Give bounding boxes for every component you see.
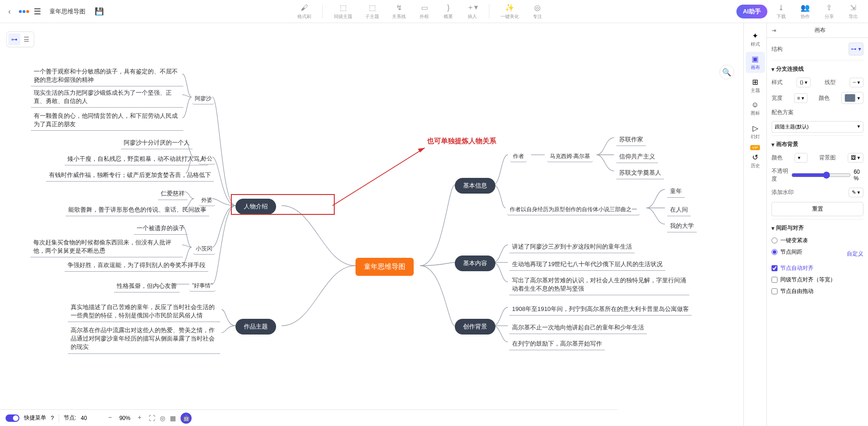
reset-button[interactable]: 重置 [772, 202, 863, 216]
leaf-node[interactable]: 能歌善舞，善于讲形形色色的传说、童话、民间故事 [66, 204, 209, 216]
sub-trilogy[interactable]: 作者以自身经历为原型创作的自传体小说三部曲之一 [507, 204, 640, 215]
leaf-node[interactable]: 有钱时作威作福，独断专行；破产后更加贪婪吝啬，品格低下 [46, 169, 214, 182]
fit-screen-icon[interactable]: ⛶ [149, 414, 155, 422]
minimap-icon[interactable]: ▦ [170, 414, 176, 422]
leaf-node[interactable]: 仁爱慈祥 [158, 188, 187, 200]
sub-author-name[interactable]: 马克西姆·高尔基 [547, 151, 593, 162]
ai-assistant-button[interactable]: AI助手 [736, 5, 767, 18]
leaf-node[interactable]: 写出了高尔基对苦难的认识，对社会人生的独特见解，字里行间涌动着生生不息的热望与坚… [509, 274, 689, 295]
tab-style[interactable]: ✦样式 [746, 29, 765, 50]
share-button[interactable]: ⇪分享 [819, 1, 839, 22]
zoom-out-button[interactable]: − [105, 414, 115, 423]
peer-align-check[interactable]: 同级节点对齐（等宽） [772, 276, 863, 284]
tab-canvas[interactable]: ▣画布 [746, 52, 765, 73]
leaf-node[interactable]: 童年 [667, 185, 685, 198]
tab-history[interactable]: ↺历史 [746, 150, 765, 171]
branch-section-title[interactable]: ▾ 分支连接线 [772, 65, 863, 73]
bot-icon[interactable]: 🤖 [181, 413, 192, 424]
free-drag-check[interactable]: 节点自由拖动 [772, 287, 863, 295]
top-toolbar: ‹ ☰ 童年思维导图 💾 🖌格式刷 ⬚同级主题 ⬚子主题 ↯关系线 ▭外框 }概… [0, 0, 868, 23]
zoom-in-button[interactable]: + [135, 414, 144, 423]
document-title[interactable]: 童年思维导图 [49, 7, 85, 16]
leaf-node[interactable]: 矮小干瘦，自私残忍，野蛮粗暴，动不动就打人骂人 [65, 153, 208, 165]
peer-topic-button[interactable]: ⬚同级主题 [329, 1, 357, 22]
back-button[interactable]: ‹ [5, 6, 14, 18]
annotation-text: 也可单独提炼人物关系 [427, 137, 496, 146]
leaf-node[interactable]: 高尔基在作品中流露出对这些人的热爱、赞美之情，作品通过对阿廖沙童年经历的描写从侧… [68, 324, 220, 354]
collaborate-button[interactable]: 👥协作 [795, 1, 815, 22]
beautify-button[interactable]: ✨一键美化 [496, 1, 524, 22]
shortcut-toggle[interactable] [6, 414, 19, 422]
leaf-node[interactable]: 阿廖沙十分讨厌的一个人 [121, 137, 193, 149]
leaf-node[interactable]: 争强好胜，喜欢逞能，为了得到别人的夸奖不择手段 [65, 259, 208, 272]
locate-icon[interactable]: ◎ [160, 414, 165, 422]
line-type-selector[interactable]: ┈ ▾ [850, 78, 863, 87]
opacity-slider[interactable] [791, 171, 851, 179]
zoom-value[interactable]: 90% [119, 415, 130, 421]
color-scheme-select[interactable]: 跟随主题(默认)▾ [772, 121, 863, 133]
child-topic-button[interactable]: ⬚子主题 [361, 1, 384, 22]
side-tabs: ✦样式 ▣画布 ⊞主题 ☺图标 ▷幻灯 VIP ↺历史 [743, 23, 766, 426]
line-width-selector[interactable]: ≡ ▾ [794, 93, 808, 103]
bg-section-title[interactable]: ▾ 画布背景 [772, 140, 863, 148]
canvas[interactable]: ⊶ ☰ 🔍 [0, 23, 743, 426]
download-button[interactable]: ⤓下载 [771, 1, 791, 22]
leaf-node[interactable]: 一个善于观察和十分敏感的孩子，具有鉴定的、不屈不挠的意志和倔强的精神 [31, 66, 183, 86]
bg-image-selector[interactable]: 🖼 ▾ [848, 153, 863, 163]
menu-button[interactable]: ☰ [34, 6, 41, 17]
app-logo[interactable] [19, 10, 29, 13]
custom-spacing-link[interactable]: 自定义 [847, 250, 863, 258]
line-color-selector[interactable]: ▾ [841, 92, 863, 104]
format-painter-button[interactable]: 🖌格式刷 [293, 1, 316, 22]
leaf-node[interactable]: 性格孤僻，但内心友善 [114, 280, 180, 292]
opacity-value: 60 % [854, 169, 863, 182]
branch-character-intro[interactable]: 人物介绍 [235, 199, 276, 214]
tab-theme[interactable]: ⊞主题 [746, 75, 765, 96]
structure-selector[interactable]: ⊶ ▾ [849, 43, 863, 55]
compact-radio[interactable]: 一键变紧凑 [772, 237, 863, 244]
branch-content[interactable]: 基本内容 [455, 256, 495, 271]
node-spacing-radio[interactable]: 节点间距 [772, 248, 802, 256]
leaf-node[interactable]: 一个被遗弃的孩子 [134, 222, 187, 235]
frame-button[interactable]: ▭外框 [414, 1, 434, 22]
center-node[interactable]: 童年思维导图 [356, 258, 414, 276]
line-style-selector[interactable]: ⟨⟩ ▾ [796, 78, 811, 87]
leaf-node[interactable]: 有一颗善良的心，他同情贫苦的人，和下层劳动人民成为了真正的朋友 [31, 110, 183, 131]
auto-align-check[interactable]: 节点自动对齐 [772, 264, 863, 272]
branch-basic-info[interactable]: 基本信息 [455, 178, 495, 194]
leaf-node[interactable]: 1908年至1910年间，列宁到高尔基所在的意大利卡普里岛公寓做客 [509, 303, 692, 316]
help-icon[interactable]: ? [51, 415, 54, 421]
leaf-node[interactable]: 在人间 [667, 204, 691, 216]
leaf-node[interactable]: 讲述了阿廖沙三岁到十岁这段时间的童年生活 [509, 241, 635, 253]
leaf-node[interactable]: 真实地描述了自己苦难的童年，反应了当时社会生活的一些典型的特征，特别是俄国小市民… [68, 301, 220, 322]
summary-button[interactable]: }概要 [438, 1, 458, 22]
leaf-node[interactable]: 苏联作家 [616, 134, 646, 146]
leaf-node[interactable]: 苏联文学奠基人 [616, 167, 664, 179]
status-bar: 快捷菜单 ? 节点: 40 − 90% + ⛶ ◎ ▦ 🤖 [0, 409, 618, 426]
export-button[interactable]: ⇲导出 [843, 1, 863, 22]
sub-aliaosha[interactable]: 阿廖沙 [192, 93, 214, 104]
sub-haoshiqing[interactable]: "好事情" [189, 280, 216, 292]
collapse-panel-icon[interactable]: ⇥ [772, 27, 776, 34]
watermark-selector[interactable]: ✎ ▾ [849, 188, 863, 197]
leaf-node[interactable]: 生动地再现了19世纪七八十年代沙俄下层人民的生活状况 [509, 258, 665, 271]
sub-author[interactable]: 作者 [510, 151, 527, 162]
tab-icons[interactable]: ☺图标 [746, 98, 765, 119]
tab-slide[interactable]: ▷幻灯 [746, 121, 765, 142]
leaf-node[interactable]: 现实生活的压力把阿廖沙锻炼成长为了一个坚强、正直、勇敢、自信的人 [31, 87, 183, 108]
leaf-node[interactable]: 在列宁的鼓励下，高尔基开始写作 [509, 338, 605, 350]
focus-button[interactable]: ◎专注 [527, 1, 548, 22]
bg-color-selector[interactable]: ▾ [795, 153, 808, 163]
leaf-node[interactable]: 每次赶集买食物的时候都偷东西回来，但没有人批评他，两个舅舅更是不断怂恿 [30, 237, 183, 257]
sub-xiaocigang[interactable]: 小茨冈 [193, 243, 215, 255]
branch-theme[interactable]: 作品主题 [235, 319, 276, 335]
leaf-node[interactable]: 我的大学 [667, 220, 697, 232]
spacing-section-title[interactable]: ▾ 间距与对齐 [772, 224, 863, 232]
leaf-node[interactable]: 高尔基不止一次地向他讲起自己的童年和少年生活 [509, 322, 647, 334]
svg-line-0 [332, 148, 425, 206]
insert-button[interactable]: ＋▾插入 [462, 1, 482, 22]
leaf-node[interactable]: 信仰共产主义 [616, 151, 658, 163]
relation-button[interactable]: ↯关系线 [387, 1, 410, 22]
branch-background[interactable]: 创作背景 [455, 319, 495, 335]
save-icon[interactable]: 💾 [95, 7, 104, 16]
